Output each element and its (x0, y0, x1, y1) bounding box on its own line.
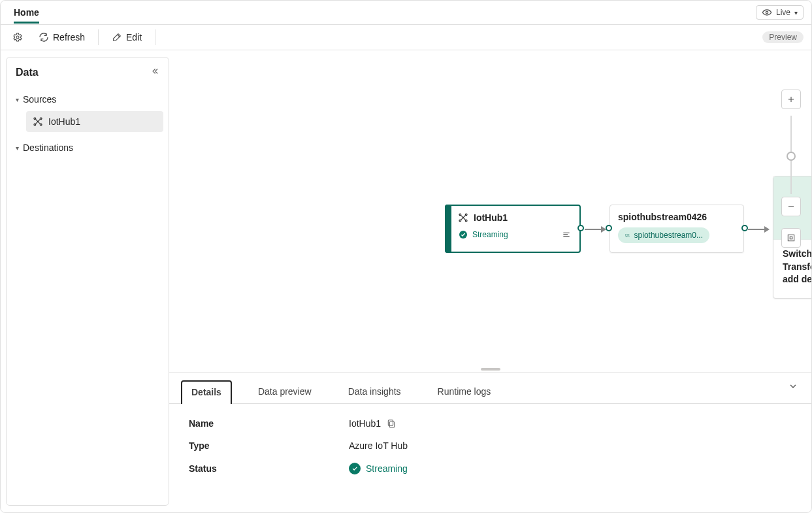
node-stream[interactable]: spiothubstream0426 spiothubestream0... (609, 205, 744, 253)
detail-value-text: Streaming (366, 463, 408, 474)
svg-point-9 (465, 220, 467, 222)
copy-icon[interactable] (386, 418, 397, 429)
svg-point-2 (34, 118, 36, 120)
edit-button[interactable]: Edit (108, 29, 146, 45)
detail-row-status: Status Streaming (189, 463, 792, 474)
stream-chip-label: spiothubestream0... (634, 231, 703, 240)
iot-hub-icon (33, 116, 43, 127)
tree-section-destinations[interactable]: ▾ Destinations (12, 139, 163, 157)
svg-point-7 (465, 214, 467, 216)
gear-icon (12, 32, 23, 42)
detail-row-type: Type Azure IoT Hub (189, 440, 792, 451)
canvas[interactable]: IotHub1 Streaming (169, 50, 811, 366)
iot-hub-icon (458, 212, 468, 223)
check-circle-icon (349, 463, 361, 474)
node-title: IotHub1 (458, 212, 572, 223)
refresh-icon (39, 32, 49, 42)
refresh-button[interactable]: Refresh (35, 29, 89, 45)
settings-button[interactable] (8, 29, 27, 45)
tree-section-label: Destinations (23, 142, 73, 153)
top-nav: Home Live ▾ (1, 1, 811, 24)
top-nav-tabs: Home (8, 2, 39, 24)
panel-resize-handle[interactable] (169, 366, 811, 372)
data-panel-title: Data (12, 67, 163, 78)
svg-point-4 (34, 124, 36, 125)
node-status: Streaming (458, 229, 508, 240)
chevron-down-icon: ▾ (794, 9, 798, 16)
node-output-port[interactable] (741, 225, 748, 231)
node-source-iothub1[interactable]: IotHub1 Streaming (445, 205, 581, 253)
edit-icon (112, 32, 122, 42)
edge (748, 229, 765, 230)
check-circle-icon (458, 229, 468, 240)
zoom-fit-button[interactable] (781, 228, 801, 248)
detail-value: Azure IoT Hub (349, 440, 408, 451)
detail-value-text: Azure IoT Hub (349, 440, 408, 451)
zoom-in-button[interactable] (781, 90, 801, 109)
detail-key: Type (189, 440, 349, 451)
tab-runtime-logs[interactable]: Runtime logs (427, 380, 502, 403)
refresh-label: Refresh (53, 32, 85, 42)
app-window: Home Live ▾ Refresh (0, 0, 812, 513)
svg-point-5 (40, 124, 42, 125)
chevron-down-icon: ▾ (16, 96, 19, 103)
svg-point-1 (16, 36, 19, 39)
svg-point-6 (459, 214, 461, 216)
details-body: Name IotHub1 Type Azure IoT Hub (169, 404, 811, 512)
edge (585, 229, 602, 230)
node-title-label: IotHub1 (474, 212, 508, 223)
node-title-label: spiothubstream0426 (618, 212, 736, 222)
collapse-panel-icon[interactable] (150, 67, 159, 78)
node-status-label: Streaming (472, 230, 508, 239)
node-output-port[interactable] (577, 225, 584, 231)
detail-value: Streaming (349, 463, 408, 474)
tree-item-label: IotHub1 (48, 116, 80, 127)
collapse-bottom-panel-icon[interactable] (788, 381, 798, 393)
data-panel: Data ▾ Sources IotHub1 ▾ Destinations (6, 57, 169, 506)
stream-icon (625, 230, 630, 240)
toolbar-left: Refresh Edit (8, 29, 157, 45)
node-details-icon[interactable] (561, 229, 572, 240)
tab-data-insights[interactable]: Data insights (338, 380, 412, 403)
toolbar: Refresh Edit Preview (1, 24, 811, 50)
svg-rect-14 (389, 422, 394, 427)
canvas-wrap: IotHub1 Streaming (169, 50, 811, 512)
toolbar-separator (155, 29, 155, 45)
zoom-out-button[interactable] (781, 197, 801, 216)
node-input-port[interactable] (606, 225, 612, 231)
stream-chip[interactable]: spiothubestream0... (618, 227, 709, 243)
detail-value-text: IotHub1 (349, 418, 381, 429)
detail-value: IotHub1 (349, 418, 397, 429)
bottom-panel: Details Data preview Data insights Runti… (169, 372, 811, 512)
toolbar-separator (98, 29, 99, 45)
detail-key: Status (189, 463, 349, 474)
svg-point-0 (766, 11, 768, 13)
svg-rect-13 (790, 237, 792, 239)
edit-label: Edit (126, 32, 142, 42)
svg-point-3 (40, 118, 42, 120)
svg-rect-12 (788, 235, 794, 240)
detail-row-name: Name IotHub1 (189, 418, 792, 429)
top-nav-tab-home[interactable]: Home (14, 2, 39, 24)
preview-badge: Preview (762, 31, 804, 43)
live-mode-button[interactable]: Live ▾ (756, 5, 804, 20)
svg-point-8 (459, 220, 461, 222)
tree-section-label: Sources (23, 94, 56, 105)
chevron-down-icon: ▾ (16, 144, 19, 152)
tab-details[interactable]: Details (181, 380, 232, 404)
svg-rect-15 (388, 420, 393, 426)
tree-item-iothub1[interactable]: IotHub1 (26, 111, 163, 132)
live-mode-label: Live (776, 8, 790, 17)
zoom-slider-track[interactable] (790, 116, 792, 194)
zoom-slider-thumb[interactable] (787, 152, 796, 161)
detail-key: Name (189, 418, 349, 429)
arrow-head-icon (764, 226, 770, 233)
eye-icon (762, 7, 772, 18)
body: Data ▾ Sources IotHub1 ▾ Destinations (1, 50, 811, 512)
tab-data-preview[interactable]: Data preview (248, 380, 322, 403)
zoom-controls (781, 90, 801, 252)
tree-section-sources[interactable]: ▾ Sources (12, 90, 163, 108)
bottom-panel-tabs: Details Data preview Data insights Runti… (169, 373, 811, 404)
